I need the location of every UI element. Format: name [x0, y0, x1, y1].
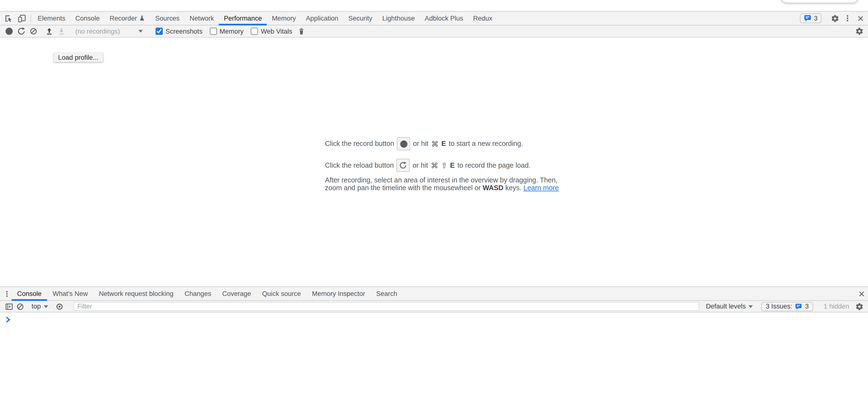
tabbar-separator	[31, 14, 31, 22]
gear-icon	[855, 302, 863, 310]
inspect-element-button[interactable]	[2, 13, 14, 24]
memory-checkbox[interactable]	[210, 28, 217, 35]
drawer-tab-label: Coverage	[222, 290, 251, 298]
drawer-more-tabs-button[interactable]	[2, 288, 11, 299]
garbage-collect-button[interactable]	[296, 26, 308, 37]
drawer-tab-label: Network request blocking	[99, 290, 174, 298]
save-profile-button[interactable]	[56, 26, 68, 37]
drawer-tab-label: Memory Inspector	[312, 290, 365, 298]
record-instruction-post: to start a new recording.	[449, 140, 523, 147]
paragraph-line-1: After recording, select an area of inter…	[325, 176, 543, 184]
recordings-select[interactable]: (no recordings)	[73, 26, 146, 36]
tab-elements[interactable]: Elements	[33, 11, 70, 25]
record-instruction-pre: Click the record button	[325, 140, 394, 147]
capture-settings-button[interactable]	[853, 26, 865, 37]
drawer-tab-label: Search	[376, 290, 397, 298]
tab-label: Adblock Plus	[425, 14, 463, 22]
issues-button[interactable]: 3 Issues: 3	[761, 302, 813, 311]
live-expression-button[interactable]	[54, 301, 65, 312]
clear-recordings-button[interactable]	[27, 26, 39, 37]
main-tabbar: Elements Console Recorder Sources Networ…	[0, 11, 868, 25]
console-toolbar: top Default levels	[0, 301, 868, 312]
drawer-tab-search[interactable]: Search	[371, 287, 403, 300]
issues-counter-button[interactable]: 3	[800, 13, 822, 23]
drawer-tab-label: Changes	[185, 290, 211, 298]
console-prompt-area[interactable]	[0, 312, 868, 406]
inspect-cursor-icon	[4, 14, 12, 22]
context-select-value: top	[31, 302, 41, 310]
close-icon	[857, 15, 864, 22]
tab-lighthouse[interactable]: Lighthouse	[377, 11, 420, 25]
eye-icon	[56, 302, 64, 310]
tab-adblock-plus[interactable]: Adblock Plus	[420, 11, 468, 25]
javascript-context-select[interactable]: top	[29, 302, 50, 310]
reload-icon	[399, 161, 407, 169]
log-levels-select[interactable]: Default levels	[704, 302, 755, 310]
tab-label: Redux	[473, 14, 492, 22]
tabbar-right-controls: 3	[800, 11, 868, 25]
landing-instructions: Click the record button or hit ⌘ E to st…	[325, 137, 543, 286]
record-button-illustration	[397, 137, 410, 150]
tab-console[interactable]: Console	[70, 11, 104, 25]
devtools-panel: Elements Console Recorder Sources Networ…	[0, 11, 868, 406]
reload-and-record-button[interactable]	[15, 26, 27, 37]
drawer-tab-console[interactable]: Console	[11, 287, 47, 300]
learn-more-link[interactable]: Learn more	[523, 184, 559, 192]
load-profile-button[interactable]	[43, 26, 55, 37]
drawer-tab-network-request-blocking[interactable]: Network request blocking	[93, 287, 179, 300]
hidden-messages-label: 1 hidden	[824, 302, 849, 310]
drawer-tab-label: What's New	[53, 290, 88, 298]
kebab-menu-icon	[3, 290, 10, 297]
chevron-down-icon	[138, 30, 143, 32]
tab-performance[interactable]: Performance	[219, 11, 267, 25]
clear-console-button[interactable]	[14, 301, 25, 312]
settings-button[interactable]	[829, 13, 841, 24]
screenshots-checkbox[interactable]	[155, 28, 163, 35]
console-settings-button[interactable]	[854, 301, 865, 312]
issues-label: 3 Issues:	[766, 302, 793, 310]
close-icon	[858, 290, 865, 297]
sidebar-toggle-icon	[5, 302, 13, 310]
drawer-tab-whats-new[interactable]: What's New	[47, 287, 93, 300]
record-button[interactable]	[3, 26, 15, 37]
console-filter-input[interactable]	[73, 302, 699, 311]
main-tabs: Elements Console Recorder Sources Networ…	[33, 11, 497, 25]
drawer-tab-label: Console	[17, 290, 42, 298]
tab-redux[interactable]: Redux	[468, 11, 497, 25]
drawer-tab-memory-inspector[interactable]: Memory Inspector	[306, 287, 371, 300]
memory-label: Memory	[220, 27, 244, 35]
device-toolbar-button[interactable]	[16, 13, 28, 24]
reload-button-illustration	[397, 159, 410, 172]
tab-network[interactable]: Network	[185, 11, 219, 25]
reload-instruction-post: to record the page load.	[458, 161, 531, 169]
tab-label: Lighthouse	[382, 14, 415, 22]
screenshots-label: Screenshots	[165, 27, 202, 35]
console-prompt-chevron-icon	[6, 316, 11, 323]
cmd-key-symbol: ⌘	[431, 139, 439, 148]
log-levels-value: Default levels	[706, 302, 746, 310]
record-icon	[5, 28, 12, 35]
tab-sources[interactable]: Sources	[150, 11, 185, 25]
close-devtools-button[interactable]	[854, 13, 866, 24]
after-recording-paragraph: After recording, select an area of inter…	[325, 176, 543, 192]
paragraph-line-2-pre: zoom and pan the timeline with the mouse…	[325, 184, 481, 192]
web-vitals-checkbox[interactable]	[251, 28, 258, 35]
browser-popup-remnant	[780, 0, 859, 3]
drawer-tab-changes[interactable]: Changes	[179, 287, 217, 300]
tab-recorder[interactable]: Recorder	[104, 11, 150, 25]
tab-memory[interactable]: Memory	[267, 11, 301, 25]
load-profile-tooltip: Load profile...	[54, 53, 103, 62]
tab-application[interactable]: Application	[301, 11, 343, 25]
more-options-button[interactable]	[841, 13, 854, 24]
issues-bubble-icon	[795, 303, 802, 310]
tab-label: Performance	[224, 14, 262, 22]
trash-icon	[298, 27, 305, 35]
console-sidebar-toggle-button[interactable]	[3, 301, 14, 312]
record-instruction-line: Click the record button or hit ⌘ E to st…	[325, 137, 543, 150]
tab-security[interactable]: Security	[343, 11, 377, 25]
devtools-window: Elements Console Recorder Sources Networ…	[0, 0, 868, 406]
close-drawer-button[interactable]	[857, 288, 866, 299]
device-toolbar-icon	[18, 14, 26, 22]
drawer-tab-coverage[interactable]: Coverage	[217, 287, 257, 300]
drawer-tab-quick-source[interactable]: Quick source	[256, 287, 306, 300]
